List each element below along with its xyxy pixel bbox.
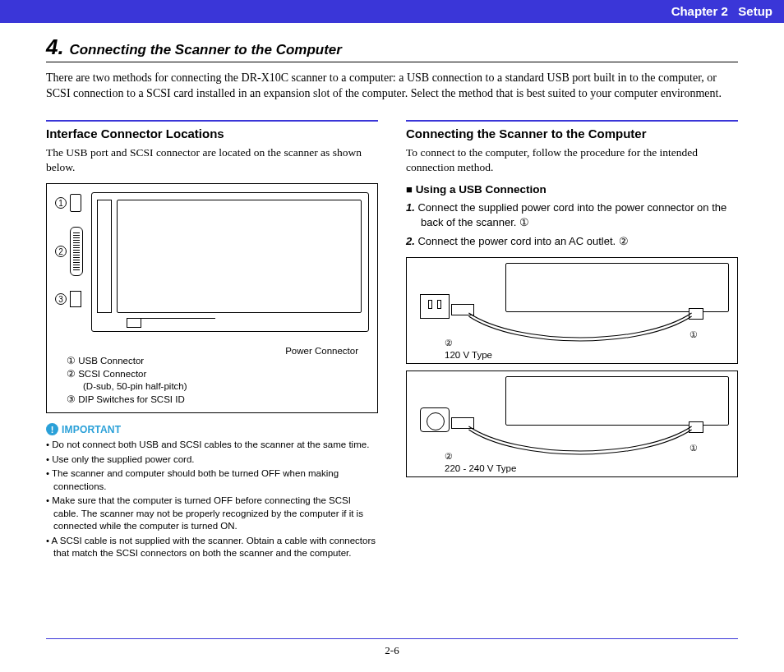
callout-3: 3 <box>55 293 67 305</box>
voltage-type-label: 220 - 240 V Type <box>445 463 516 473</box>
important-heading: ! IMPORTANT <box>46 423 378 435</box>
list-item: Use only the supplied power cord. <box>46 453 378 467</box>
callout-1: ① <box>689 329 698 340</box>
left-text: The USB port and SCSI connector are loca… <box>46 145 378 175</box>
square-bullet-icon: ■ <box>406 183 413 196</box>
scanner-rear-diagram: Power Connector <box>91 192 369 332</box>
power-cord-icon <box>464 422 696 455</box>
cable-figure-220v: ② ① 220 - 240 V Type <box>406 371 738 477</box>
list-item: A SCSI cable is not supplied with the sc… <box>46 535 378 560</box>
important-list: Do not connect both USB and SCSI cables … <box>46 439 378 560</box>
callout-2: 2 <box>55 246 67 257</box>
page-number: 2-6 <box>0 644 784 657</box>
intro-paragraph: There are two methods for connecting the… <box>46 71 738 102</box>
outlet-us-icon <box>420 294 450 319</box>
chapter-title: Setup <box>738 4 772 18</box>
power-connector-icon <box>127 318 141 328</box>
right-text: To connect to the computer, follow the p… <box>406 145 738 175</box>
list-item: Do not connect both USB and SCSI cables … <box>46 439 378 452</box>
right-heading: Connecting the Scanner to the Computer <box>406 127 738 140</box>
callout-2: ② <box>445 451 453 462</box>
scanner-underside-icon <box>505 263 729 312</box>
callout-2: ② <box>445 338 453 348</box>
list-item: 1. Connect the supplied power cord into … <box>406 200 738 229</box>
voltage-type-label: 120 V Type <box>445 350 492 360</box>
scanner-underside-icon <box>505 376 729 426</box>
column-rule <box>46 120 378 122</box>
left-column: Interface Connector Locations The USB po… <box>46 120 378 562</box>
callout-1: ① <box>689 443 698 453</box>
list-item: The scanner and computer should both be … <box>46 467 378 493</box>
section-title: 4. Connecting the Scanner to the Compute… <box>46 35 738 62</box>
cable-figure-120v: ② ① 120 V Type <box>406 257 738 364</box>
list-item: 2. Connect the power cord into an AC out… <box>406 234 738 249</box>
usb-steps: 1. Connect the supplied power cord into … <box>406 200 738 249</box>
dip-switch-icon <box>70 291 81 307</box>
section-heading: Connecting the Scanner to the Computer <box>69 42 342 58</box>
column-rule <box>406 120 738 122</box>
chapter-label: Chapter 2 <box>671 4 728 18</box>
figure-legend: ① USB Connector ② SCSI Connector (D-sub,… <box>55 355 369 406</box>
important-label: IMPORTANT <box>62 424 121 435</box>
left-heading: Interface Connector Locations <box>46 127 378 140</box>
section-number: 4. <box>46 35 64 59</box>
scsi-port-icon <box>70 227 83 276</box>
connector-figure: 1 2 3 Power Connector ① USB Connector ② … <box>46 183 378 413</box>
right-column: Connecting the Scanner to the Computer T… <box>406 120 738 562</box>
power-connector-label: Power Connector <box>285 346 358 356</box>
footer-rule <box>46 638 738 640</box>
outlet-eu-icon <box>420 407 450 432</box>
usb-subheading: ■ Using a USB Connection <box>406 183 738 196</box>
callout-1: 1 <box>55 197 67 209</box>
chapter-header: Chapter 2 Setup <box>0 0 784 23</box>
important-icon: ! <box>46 423 58 435</box>
usb-port-icon <box>70 194 81 212</box>
power-cord-icon <box>464 309 696 342</box>
list-item: Make sure that the computer is turned OF… <box>46 495 378 533</box>
